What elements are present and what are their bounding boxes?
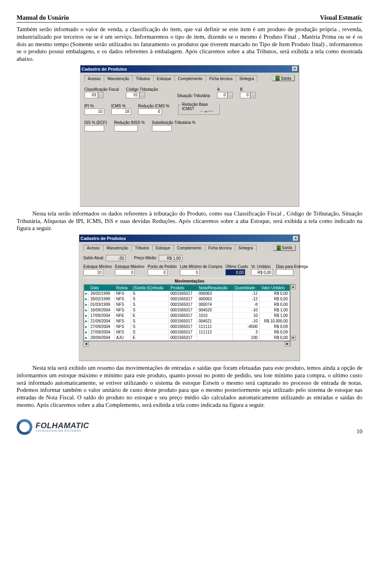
tabs-tributos: Acesso Manutenção Tributos Estoque Compl… <box>84 75 257 82</box>
emin-input[interactable]: 10 <box>83 269 103 275</box>
header-left: Manual do Usuário <box>17 14 69 21</box>
window-title: Cadastro de Produtos <box>82 67 127 71</box>
tab-manutencao[interactable]: Manutenção <box>103 245 132 251</box>
label-icms: ICMS % <box>111 104 131 108</box>
table-row[interactable]: ▸27/09/2004NFSS00015650171111123R$ 0,09 <box>84 330 290 335</box>
window-estoque: Cadastro de Produtos × Acesso Manutenção… <box>79 234 300 361</box>
table-row[interactable]: ▸16/09/2004NFSS0001565017004520-10R$ 1,0… <box>84 307 290 313</box>
tab-ficha[interactable]: Ficha técnica <box>205 245 235 251</box>
tab-complemento[interactable]: Complemento <box>174 75 206 82</box>
col-header: Produto <box>169 285 197 291</box>
ipi-input[interactable]: 10 <box>84 109 104 115</box>
tab-ficha[interactable]: Ficha técnica <box>206 75 236 82</box>
lookup-icon[interactable]: … <box>139 92 145 98</box>
saida-button[interactable]: Saída <box>272 75 295 81</box>
paragraph-2: Nesta tela serão informados os dados ref… <box>17 210 362 232</box>
table-row[interactable]: ▸21/09/2004NFSS0001565017004521-10R$ 10.… <box>84 318 290 324</box>
page-number: 10 <box>356 428 362 435</box>
table-row[interactable]: ▸26/02/1999NFSS0001565017000063-12R$ 0,0… <box>84 296 290 302</box>
scroll-right-icon[interactable]: ► <box>285 341 290 346</box>
saldo-field: -20 <box>106 255 126 261</box>
label-classfiscal: Classificação Fiscal <box>84 87 119 92</box>
page-header: Manual do Usuário Visual Estmatic <box>17 14 362 22</box>
table-row[interactable]: ▸28/09/2004AJUE0001565017100R$ 0,00 <box>84 335 290 341</box>
logo-main: FOLHAMATIC <box>36 421 89 429</box>
icms-input[interactable]: 18 <box>111 109 131 115</box>
redicms-input[interactable]: 0 <box>138 109 162 115</box>
label-pped: Ponto de Pedido <box>148 264 177 269</box>
dias-input[interactable] <box>276 269 293 275</box>
tab-estoque[interactable]: Estoque <box>152 245 174 251</box>
close-icon[interactable]: × <box>293 236 298 241</box>
window-title: Cadastro de Produtos <box>81 236 126 241</box>
emax-input[interactable]: 0 <box>115 269 135 275</box>
movimentacoes-title: Movimentações <box>83 278 296 285</box>
label-emin: Estoque Mínimo <box>83 264 112 269</box>
label-saldo: Saldo Atual <box>83 256 103 260</box>
door-icon <box>276 76 280 81</box>
table-row[interactable]: ▸27/09/2004NFSS0001565017111111-4500R$ 0… <box>84 324 290 330</box>
tab-tributos[interactable]: Tributos <box>132 75 154 82</box>
col-header: Quantidade <box>233 285 259 291</box>
label-ucusto: Último Custo <box>225 264 248 269</box>
scroll-left-icon[interactable]: ◄ <box>83 341 89 346</box>
codtrib-input[interactable]: 01 <box>126 92 139 98</box>
movimentacoes-table: DataRotina(S)aída (E)ntradaProdutoNota/R… <box>83 285 290 341</box>
label-codtrib: Código Tributação <box>126 87 158 92</box>
label-dias: Dias para Entrega <box>276 264 308 269</box>
scroll-up-icon[interactable]: ▲ <box>291 285 296 289</box>
ucusto-input[interactable]: 0,00 <box>225 269 245 275</box>
iss-input[interactable] <box>84 125 104 131</box>
page-footer: FOLHAMATIC TECNOLOGIA EM SISTEMAS 10 <box>0 419 379 443</box>
classfiscal-input[interactable]: 03 <box>84 92 98 98</box>
reducao-base-group: Redução Base ICMS? SSim NNão <box>178 105 220 115</box>
lookup-icon[interactable]: … <box>98 92 103 98</box>
redinss-input[interactable] <box>114 125 138 131</box>
label-emax: Estoque Máximo <box>115 264 144 269</box>
logo: FOLHAMATIC TECNOLOGIA EM SISTEMAS <box>17 419 89 435</box>
titlebar: Cadastro de Produtos × <box>79 235 300 242</box>
header-right: Visual Estmatic <box>320 14 362 21</box>
lote-input[interactable]: 0 <box>180 269 200 275</box>
tab-sintegra[interactable]: Sintegra <box>236 75 257 82</box>
label-lote: Lote Mínimo de Compra <box>180 264 222 269</box>
label-redicms: Redução ICMS % <box>138 104 169 108</box>
label-sub: Substituição Tributária % <box>152 120 196 125</box>
logo-sub: TECNOLOGIA EM SISTEMAS <box>36 429 89 433</box>
label-iss: ISS % (ECF) <box>84 120 107 125</box>
tab-acesso[interactable]: Acesso <box>84 75 105 82</box>
sub-input[interactable] <box>152 125 172 131</box>
hscrollbar[interactable]: ◄ ► <box>83 341 290 346</box>
vscrollbar[interactable]: ▲ ▼ <box>290 285 296 346</box>
scroll-down-icon[interactable]: ▼ <box>291 336 296 341</box>
tab-sintegra[interactable]: Sintegra <box>235 245 257 251</box>
col-header: (S)aída (E)ntrada <box>131 285 169 291</box>
table-row[interactable]: ▸17/09/2004NFEE0001565017101010R$ 1,00 <box>84 313 290 318</box>
label-ipi: IPI % <box>84 104 104 108</box>
label-b: B <box>240 87 256 92</box>
label-sittrib: Situação Tributária <box>177 94 210 98</box>
label-a: A <box>217 87 233 92</box>
close-icon[interactable]: × <box>292 66 298 71</box>
a-input[interactable]: 0 <box>217 92 227 98</box>
col-header: Rotina <box>114 285 131 291</box>
lookup-icon[interactable]: … <box>250 92 256 98</box>
tab-estoque[interactable]: Estoque <box>153 75 175 82</box>
titlebar: Cadastro de Produtos × <box>81 66 299 73</box>
paragraph-3: Nesta tela será exibido um resumo das mo… <box>17 364 362 409</box>
tab-acesso[interactable]: Acesso <box>83 245 103 251</box>
tab-manutencao[interactable]: Manutenção <box>104 75 133 82</box>
pped-input[interactable]: 0 <box>148 269 167 275</box>
saida-button[interactable]: Saída <box>273 245 296 251</box>
paragraph-1: Também serão informado o valor de venda,… <box>17 26 362 63</box>
table-row[interactable]: ▸26/02/1999NFSS0001565017000063-12R$ 0,0… <box>84 291 290 296</box>
col-header: Valor Unitário <box>259 285 289 291</box>
tab-tributos[interactable]: Tributos <box>131 245 153 251</box>
door-icon <box>277 245 281 250</box>
tab-complemento[interactable]: Complemento <box>173 245 205 251</box>
label-preco: Preço Médio <box>134 256 156 260</box>
vunit-input[interactable]: R$ 0,00 <box>251 269 273 275</box>
table-row[interactable]: ▸01/03/1999NFSS0001565017000074-8R$ 0,00 <box>84 302 290 307</box>
lookup-icon[interactable]: … <box>227 92 233 98</box>
b-input[interactable]: 0 <box>240 92 250 98</box>
